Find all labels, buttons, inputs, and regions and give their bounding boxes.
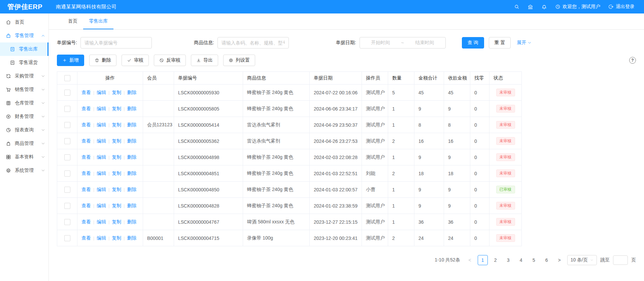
sidebar-item-purchase[interactable]: 采购管理 (0, 69, 48, 83)
action-view[interactable]: 查看 (81, 203, 91, 208)
action-delete[interactable]: 删除 (127, 219, 136, 224)
page-button-4[interactable]: 4 (516, 255, 526, 265)
chevron-down-icon (41, 88, 45, 92)
action-edit[interactable]: 编辑 (97, 106, 106, 111)
action-delete[interactable]: 删除 (127, 122, 136, 127)
prev-page-button[interactable]: < (466, 255, 474, 265)
product-input[interactable] (217, 37, 289, 49)
reset-button[interactable]: 重 置 (489, 37, 511, 49)
action-edit[interactable]: 编辑 (97, 187, 106, 192)
row-checkbox[interactable] (64, 138, 70, 144)
search-button[interactable]: 查 询 (462, 37, 484, 49)
action-edit[interactable]: 编辑 (97, 203, 106, 208)
bell-icon[interactable] (541, 4, 547, 10)
jump-page-input[interactable] (613, 255, 628, 265)
sidebar-item-finance[interactable]: 财务管理 (0, 110, 48, 123)
page-button-1[interactable]: 1 (478, 255, 488, 265)
action-delete[interactable]: 删除 (127, 90, 136, 95)
sidebar-item-retail[interactable]: 零售管理 (0, 29, 48, 42)
action-edit[interactable]: 编辑 (97, 122, 106, 127)
action-delete[interactable]: 删除 (127, 138, 136, 144)
action-copy[interactable]: 复制 (112, 138, 121, 144)
action-delete[interactable]: 删除 (127, 106, 136, 111)
unaudit-button[interactable]: 反审核 (154, 55, 186, 66)
date-range-picker[interactable]: 开始时间 ~ 结束时间 (360, 37, 446, 49)
action-delete[interactable]: 删除 (127, 187, 136, 192)
action-delete[interactable]: 删除 (127, 203, 136, 208)
tab-home[interactable]: 首页 (62, 13, 83, 29)
page-button-5[interactable]: 5 (529, 255, 539, 265)
bill-no-input[interactable] (80, 37, 152, 49)
action-view[interactable]: 查看 (81, 154, 91, 160)
row-checkbox[interactable] (64, 187, 70, 193)
action-copy[interactable]: 复制 (112, 170, 121, 176)
page-button-3[interactable]: 3 (503, 255, 513, 265)
action-copy[interactable]: 复制 (112, 90, 121, 95)
action-view[interactable]: 查看 (81, 235, 91, 241)
action-copy[interactable]: 复制 (112, 203, 121, 208)
table-row: 查看|编辑|复制|删除 LSCK00000004851 蜂蜜柚子茶 240g 黄… (57, 165, 522, 182)
welcome-user[interactable]: 欢迎您，测试用户 (555, 4, 600, 10)
row-checkbox[interactable] (64, 106, 70, 112)
row-checkbox[interactable] (64, 170, 70, 177)
sidebar-item-sales[interactable]: 销售管理 (0, 83, 48, 96)
audit-button[interactable]: 审核 (122, 55, 149, 66)
row-checkbox[interactable] (64, 203, 70, 209)
action-delete[interactable]: 删除 (127, 235, 136, 241)
select-all-checkbox[interactable] (64, 75, 70, 81)
action-delete[interactable]: 删除 (127, 170, 136, 176)
action-view[interactable]: 查看 (81, 170, 91, 176)
action-copy[interactable]: 复制 (112, 219, 121, 224)
action-view[interactable]: 查看 (81, 90, 91, 95)
page-button-2[interactable]: 2 (490, 255, 501, 265)
cell-change: 0 (470, 133, 489, 149)
action-view[interactable]: 查看 (81, 138, 91, 144)
export-button[interactable]: 导出 (191, 55, 218, 66)
bank-icon[interactable] (528, 4, 533, 10)
sidebar-item-basic[interactable]: 基本资料 (0, 150, 48, 164)
cell-date: 2024-01-03 22:52:51 (310, 165, 362, 182)
trash-icon (95, 58, 99, 63)
action-edit[interactable]: 编辑 (97, 170, 106, 176)
action-edit[interactable]: 编辑 (97, 219, 106, 224)
action-copy[interactable]: 复制 (112, 235, 121, 241)
tab-retail-outbound[interactable]: 零售出库 (83, 13, 113, 29)
row-checkbox[interactable] (64, 90, 70, 96)
sidebar-item-goods[interactable]: 商品管理 (0, 137, 48, 150)
action-edit[interactable]: 编辑 (97, 138, 106, 144)
delete-button[interactable]: 删除 (89, 55, 116, 66)
action-view[interactable]: 查看 (81, 219, 91, 224)
action-copy[interactable]: 复制 (112, 154, 121, 160)
sidebar-item-retail-outbound[interactable]: 零售出库 (0, 42, 48, 56)
sidebar-item-reports[interactable]: 报表查询 (0, 123, 48, 137)
action-view[interactable]: 查看 (81, 122, 91, 127)
add-button[interactable]: 新增 (57, 55, 84, 66)
row-checkbox[interactable] (64, 154, 70, 160)
next-page-button[interactable]: > (555, 255, 564, 265)
action-edit[interactable]: 编辑 (97, 235, 106, 241)
sidebar-item-warehouse[interactable]: 仓库管理 (0, 96, 48, 110)
action-delete[interactable]: 删除 (127, 154, 136, 160)
action-view[interactable]: 查看 (81, 106, 91, 111)
search-icon[interactable] (514, 4, 519, 9)
filter-date: 单据日期: 开始时间 ~ 结束时间 (336, 37, 446, 49)
action-copy[interactable]: 复制 (112, 106, 121, 111)
expand-link[interactable]: 展开 (517, 40, 532, 46)
sidebar-item-retail-return[interactable]: 零售退货 (0, 56, 48, 69)
row-checkbox[interactable] (64, 235, 70, 241)
sidebar-item-system[interactable]: 系统管理 (0, 164, 48, 177)
action-edit[interactable]: 编辑 (97, 154, 106, 160)
action-view[interactable]: 查看 (81, 187, 91, 192)
page-size-select[interactable]: 10 条/页 (567, 255, 597, 265)
row-checkbox[interactable] (64, 122, 70, 128)
column-settings-button[interactable]: 列设置 (223, 55, 255, 66)
sidebar-item-home[interactable]: 首页 (0, 15, 48, 29)
logout-button[interactable]: 退出登录 (608, 4, 635, 10)
help-icon[interactable]: ? (629, 57, 636, 64)
action-copy[interactable]: 复制 (112, 187, 121, 192)
cell-product: 蜂蜜柚子茶 240g 黄色 (243, 182, 310, 198)
row-checkbox[interactable] (64, 219, 70, 225)
action-copy[interactable]: 复制 (112, 122, 121, 127)
page-button-6[interactable]: 6 (542, 255, 552, 265)
action-edit[interactable]: 编辑 (97, 90, 106, 95)
